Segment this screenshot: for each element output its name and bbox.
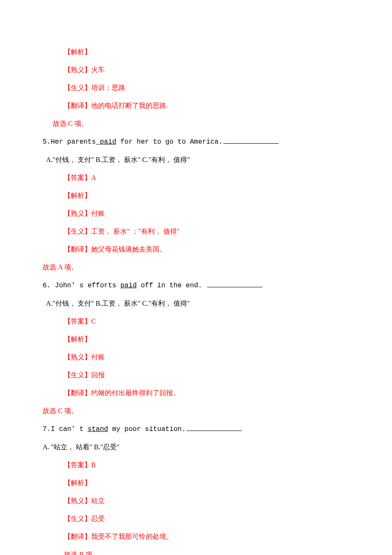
answer-blank (223, 136, 279, 144)
question-7: 7.I can' t stand my poor situation. (43, 424, 349, 434)
question-number: 6. (43, 282, 55, 289)
sentence-part-a: Her parents (51, 138, 96, 146)
translation: 【翻译】他的电话打断了我的思路. (43, 101, 349, 111)
analysis-label: 【解析】 (43, 478, 349, 488)
options-7: A. "站立， 站着" B."忍受" (43, 442, 349, 452)
answer-label: 【答案】B (43, 460, 349, 470)
answer-blank (207, 280, 262, 287)
conclusion: 故选 B 项。 (43, 549, 349, 555)
question-6: 6. John' s efforts paid off in the end. (43, 280, 349, 291)
translation: 【翻译】约翰的付出最终得到了回报。 (43, 388, 349, 398)
familiar-meaning: 【熟义】火车 (43, 65, 349, 75)
underlined-word: paid (120, 282, 136, 289)
new-meaning: 【生义】工资， 薪水" ；"有利， 值得" (43, 226, 349, 237)
new-meaning: 【生义】回报 (43, 370, 349, 380)
sentence-part-b: off in the end. (137, 282, 206, 289)
answer-label: 【答案】C (43, 316, 349, 327)
conclusion: 故选 C 项。 (43, 406, 349, 416)
question-5: 5.Her parents paid for her to go to Amer… (43, 136, 349, 147)
answer-label: 【答案】A (43, 173, 349, 183)
analysis-label: 【解析】 (43, 47, 349, 57)
sentence-part-a: I can' t (51, 425, 87, 433)
translation: 【翻译】她父母花钱请她去美国。 (43, 244, 349, 254)
new-meaning: 【生义】培训；思路 (43, 83, 349, 93)
familiar-meaning: 【熟义】付账 (43, 352, 349, 362)
question-number: 7. (43, 425, 51, 433)
underlined-word: paid (96, 138, 116, 146)
analysis-label: 【解析】 (43, 334, 349, 344)
options-6: A."付钱， 支付" B.工资， 薪水" C."有利， 值得" (43, 298, 349, 309)
conclusion: 故选 A 项。 (43, 262, 349, 272)
familiar-meaning: 【熟义】付账 (43, 208, 349, 219)
analysis-label: 【解析】 (43, 191, 349, 201)
sentence-part-b: for her to go to America. (116, 138, 223, 146)
answer-blank (187, 424, 242, 431)
sentence-part-a: John' s efforts (55, 282, 121, 289)
options-5: A."付钱， 支付" B.工资， 薪水" C."有利， 值得" (43, 155, 349, 165)
conclusion: 故选 C 项。 (43, 119, 349, 129)
question-number: 5. (43, 138, 51, 146)
new-meaning: 【生义】忍受 (43, 514, 349, 524)
document-page: 【解析】 【熟义】火车 【生义】培训；思路 【翻译】他的电话打断了我的思路. 故… (0, 0, 392, 555)
underlined-word: stand (88, 425, 108, 433)
translation: 【翻译】我受不了我那可怜的处境。 (43, 532, 349, 542)
sentence-part-b: my poor situation. (108, 425, 186, 433)
familiar-meaning: 【熟义】站立 (43, 496, 349, 506)
